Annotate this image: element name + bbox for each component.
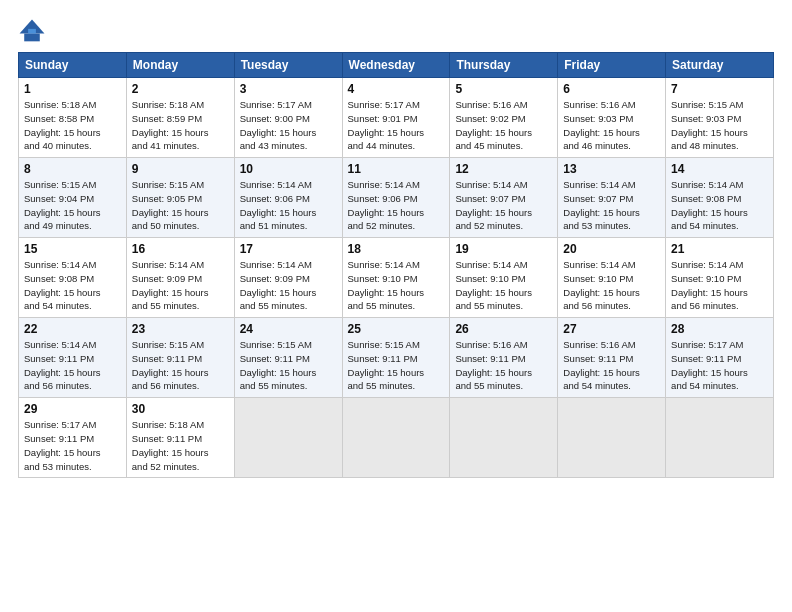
- day-info: Sunrise: 5:14 AM Sunset: 9:10 PM Dayligh…: [563, 258, 660, 313]
- day-info: Sunrise: 5:16 AM Sunset: 9:11 PM Dayligh…: [455, 338, 552, 393]
- calendar-cell: 19 Sunrise: 5:14 AM Sunset: 9:10 PM Dayl…: [450, 238, 558, 318]
- day-info: Sunrise: 5:15 AM Sunset: 9:11 PM Dayligh…: [132, 338, 229, 393]
- day-number: 29: [24, 402, 121, 416]
- col-sunday: Sunday: [19, 53, 127, 78]
- day-info: Sunrise: 5:14 AM Sunset: 9:06 PM Dayligh…: [348, 178, 445, 233]
- col-saturday: Saturday: [666, 53, 774, 78]
- day-info: Sunrise: 5:14 AM Sunset: 9:06 PM Dayligh…: [240, 178, 337, 233]
- day-info: Sunrise: 5:14 AM Sunset: 9:09 PM Dayligh…: [132, 258, 229, 313]
- day-number: 4: [348, 82, 445, 96]
- calendar-cell: [234, 398, 342, 478]
- calendar-row: 8 Sunrise: 5:15 AM Sunset: 9:04 PM Dayli…: [19, 158, 774, 238]
- day-number: 22: [24, 322, 121, 336]
- day-info: Sunrise: 5:14 AM Sunset: 9:07 PM Dayligh…: [455, 178, 552, 233]
- calendar-cell: 16 Sunrise: 5:14 AM Sunset: 9:09 PM Dayl…: [126, 238, 234, 318]
- day-info: Sunrise: 5:17 AM Sunset: 9:11 PM Dayligh…: [671, 338, 768, 393]
- day-info: Sunrise: 5:14 AM Sunset: 9:07 PM Dayligh…: [563, 178, 660, 233]
- day-number: 6: [563, 82, 660, 96]
- day-number: 21: [671, 242, 768, 256]
- calendar-row: 29 Sunrise: 5:17 AM Sunset: 9:11 PM Dayl…: [19, 398, 774, 478]
- day-number: 25: [348, 322, 445, 336]
- calendar-cell: 18 Sunrise: 5:14 AM Sunset: 9:10 PM Dayl…: [342, 238, 450, 318]
- day-number: 9: [132, 162, 229, 176]
- day-number: 12: [455, 162, 552, 176]
- calendar-cell: 7 Sunrise: 5:15 AM Sunset: 9:03 PM Dayli…: [666, 78, 774, 158]
- calendar-cell: 17 Sunrise: 5:14 AM Sunset: 9:09 PM Dayl…: [234, 238, 342, 318]
- calendar-cell: 22 Sunrise: 5:14 AM Sunset: 9:11 PM Dayl…: [19, 318, 127, 398]
- day-number: 24: [240, 322, 337, 336]
- day-info: Sunrise: 5:17 AM Sunset: 9:00 PM Dayligh…: [240, 98, 337, 153]
- calendar-cell: 27 Sunrise: 5:16 AM Sunset: 9:11 PM Dayl…: [558, 318, 666, 398]
- calendar-cell: 30 Sunrise: 5:18 AM Sunset: 9:11 PM Dayl…: [126, 398, 234, 478]
- calendar-cell: 15 Sunrise: 5:14 AM Sunset: 9:08 PM Dayl…: [19, 238, 127, 318]
- calendar-cell: 25 Sunrise: 5:15 AM Sunset: 9:11 PM Dayl…: [342, 318, 450, 398]
- calendar-cell: [342, 398, 450, 478]
- day-info: Sunrise: 5:14 AM Sunset: 9:09 PM Dayligh…: [240, 258, 337, 313]
- page: Sunday Monday Tuesday Wednesday Thursday…: [0, 0, 792, 612]
- calendar-header-row: Sunday Monday Tuesday Wednesday Thursday…: [19, 53, 774, 78]
- calendar-cell: 13 Sunrise: 5:14 AM Sunset: 9:07 PM Dayl…: [558, 158, 666, 238]
- day-number: 8: [24, 162, 121, 176]
- day-info: Sunrise: 5:15 AM Sunset: 9:04 PM Dayligh…: [24, 178, 121, 233]
- col-tuesday: Tuesday: [234, 53, 342, 78]
- day-number: 19: [455, 242, 552, 256]
- calendar: Sunday Monday Tuesday Wednesday Thursday…: [18, 52, 774, 478]
- col-thursday: Thursday: [450, 53, 558, 78]
- calendar-cell: 8 Sunrise: 5:15 AM Sunset: 9:04 PM Dayli…: [19, 158, 127, 238]
- calendar-cell: 1 Sunrise: 5:18 AM Sunset: 8:58 PM Dayli…: [19, 78, 127, 158]
- day-info: Sunrise: 5:15 AM Sunset: 9:11 PM Dayligh…: [348, 338, 445, 393]
- day-number: 14: [671, 162, 768, 176]
- day-number: 10: [240, 162, 337, 176]
- day-number: 27: [563, 322, 660, 336]
- day-number: 11: [348, 162, 445, 176]
- calendar-cell: 5 Sunrise: 5:16 AM Sunset: 9:02 PM Dayli…: [450, 78, 558, 158]
- day-number: 28: [671, 322, 768, 336]
- calendar-cell: 11 Sunrise: 5:14 AM Sunset: 9:06 PM Dayl…: [342, 158, 450, 238]
- calendar-cell: 10 Sunrise: 5:14 AM Sunset: 9:06 PM Dayl…: [234, 158, 342, 238]
- header: [18, 18, 774, 46]
- calendar-cell: 26 Sunrise: 5:16 AM Sunset: 9:11 PM Dayl…: [450, 318, 558, 398]
- day-number: 30: [132, 402, 229, 416]
- calendar-cell: 21 Sunrise: 5:14 AM Sunset: 9:10 PM Dayl…: [666, 238, 774, 318]
- calendar-cell: [450, 398, 558, 478]
- day-number: 13: [563, 162, 660, 176]
- logo: [18, 18, 50, 46]
- calendar-cell: 23 Sunrise: 5:15 AM Sunset: 9:11 PM Dayl…: [126, 318, 234, 398]
- day-info: Sunrise: 5:17 AM Sunset: 9:11 PM Dayligh…: [24, 418, 121, 473]
- day-number: 2: [132, 82, 229, 96]
- calendar-cell: 29 Sunrise: 5:17 AM Sunset: 9:11 PM Dayl…: [19, 398, 127, 478]
- calendar-cell: 9 Sunrise: 5:15 AM Sunset: 9:05 PM Dayli…: [126, 158, 234, 238]
- col-friday: Friday: [558, 53, 666, 78]
- calendar-cell: 28 Sunrise: 5:17 AM Sunset: 9:11 PM Dayl…: [666, 318, 774, 398]
- calendar-cell: 14 Sunrise: 5:14 AM Sunset: 9:08 PM Dayl…: [666, 158, 774, 238]
- day-info: Sunrise: 5:14 AM Sunset: 9:11 PM Dayligh…: [24, 338, 121, 393]
- day-info: Sunrise: 5:18 AM Sunset: 8:58 PM Dayligh…: [24, 98, 121, 153]
- day-number: 3: [240, 82, 337, 96]
- calendar-cell: 4 Sunrise: 5:17 AM Sunset: 9:01 PM Dayli…: [342, 78, 450, 158]
- day-info: Sunrise: 5:18 AM Sunset: 8:59 PM Dayligh…: [132, 98, 229, 153]
- svg-rect-1: [24, 34, 40, 42]
- col-monday: Monday: [126, 53, 234, 78]
- logo-icon: [18, 18, 46, 46]
- day-info: Sunrise: 5:15 AM Sunset: 9:03 PM Dayligh…: [671, 98, 768, 153]
- svg-rect-2: [28, 29, 36, 34]
- day-info: Sunrise: 5:15 AM Sunset: 9:11 PM Dayligh…: [240, 338, 337, 393]
- day-info: Sunrise: 5:16 AM Sunset: 9:03 PM Dayligh…: [563, 98, 660, 153]
- calendar-cell: 2 Sunrise: 5:18 AM Sunset: 8:59 PM Dayli…: [126, 78, 234, 158]
- calendar-cell: 20 Sunrise: 5:14 AM Sunset: 9:10 PM Dayl…: [558, 238, 666, 318]
- calendar-row: 1 Sunrise: 5:18 AM Sunset: 8:58 PM Dayli…: [19, 78, 774, 158]
- calendar-row: 15 Sunrise: 5:14 AM Sunset: 9:08 PM Dayl…: [19, 238, 774, 318]
- day-number: 5: [455, 82, 552, 96]
- day-number: 23: [132, 322, 229, 336]
- day-info: Sunrise: 5:15 AM Sunset: 9:05 PM Dayligh…: [132, 178, 229, 233]
- day-info: Sunrise: 5:14 AM Sunset: 9:10 PM Dayligh…: [671, 258, 768, 313]
- calendar-cell: 24 Sunrise: 5:15 AM Sunset: 9:11 PM Dayl…: [234, 318, 342, 398]
- day-info: Sunrise: 5:14 AM Sunset: 9:08 PM Dayligh…: [671, 178, 768, 233]
- day-info: Sunrise: 5:18 AM Sunset: 9:11 PM Dayligh…: [132, 418, 229, 473]
- day-number: 15: [24, 242, 121, 256]
- calendar-cell: 6 Sunrise: 5:16 AM Sunset: 9:03 PM Dayli…: [558, 78, 666, 158]
- calendar-cell: [558, 398, 666, 478]
- day-number: 18: [348, 242, 445, 256]
- calendar-cell: 12 Sunrise: 5:14 AM Sunset: 9:07 PM Dayl…: [450, 158, 558, 238]
- day-info: Sunrise: 5:14 AM Sunset: 9:10 PM Dayligh…: [455, 258, 552, 313]
